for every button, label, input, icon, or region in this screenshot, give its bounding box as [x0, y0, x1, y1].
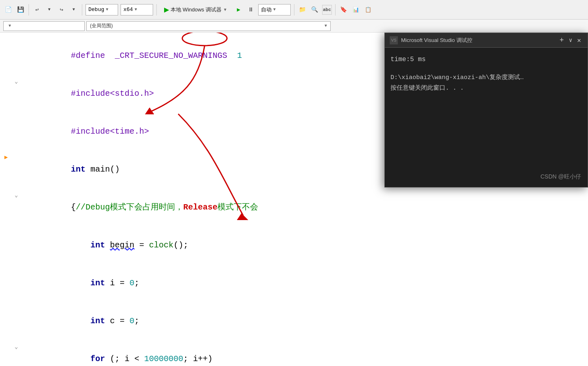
- platform-dropdown[interactable]: x64 ▼: [121, 4, 153, 15]
- token-for: for: [90, 354, 105, 364]
- config-dropdown-arrow: ▼: [106, 7, 108, 12]
- console-titlebar: VS Microsoft Visual Studio 调试控 + ∨ ✕: [385, 33, 588, 48]
- token-comment-2: 模式下不会: [217, 203, 258, 212]
- gutter-4: ▶: [0, 153, 12, 162]
- token-int-begin: int: [90, 240, 105, 250]
- line-content-6: int begin = clock();: [20, 226, 588, 264]
- console-blank-line: [391, 65, 582, 73]
- config-label: Debug: [88, 7, 104, 13]
- token-10000000: 10000000: [144, 354, 183, 364]
- play-icon: ▶: [164, 6, 169, 13]
- line-content-7: int i = 0;: [20, 264, 588, 302]
- toolbar: 📄 💾 ↩ ▼ ↪ ▼ Debug ▼ x64 ▼ ▶ 本地 Windows 调…: [0, 0, 588, 20]
- console-body: time:5 ms D:\xiaobai2\wang-xiaozi-ah\复杂度…: [385, 48, 588, 100]
- console-output-press: 按任意键关闭此窗口. . .: [391, 83, 582, 94]
- fold-2: ⌄: [12, 77, 20, 86]
- scope-label: (全局范围): [90, 22, 113, 29]
- console-chevron-button[interactable]: ∨: [569, 37, 572, 44]
- token-main-paren: (): [110, 165, 120, 174]
- token-include-2: #include: [71, 127, 110, 136]
- tools-icon-1[interactable]: 📊: [351, 5, 361, 15]
- new-file-icon[interactable]: 📄: [3, 5, 13, 15]
- code-line-5: ⌄ {//Debug模式下会占用时间，Release模式下不会: [0, 188, 588, 226]
- token-header-1: <stdio.h>: [110, 89, 154, 98]
- undo-dropdown[interactable]: ▼: [44, 5, 54, 15]
- csdn-watermark: CSDN @旺小仔: [540, 173, 581, 181]
- token-0-i: 0: [129, 278, 134, 288]
- folder-icon[interactable]: 📁: [298, 5, 307, 15]
- fold-5: ⌄: [12, 191, 20, 200]
- main-area: #define _CRT_SECURE_NO_WARNINGS 1 ⌄ #inc…: [0, 33, 588, 366]
- console-close-button[interactable]: ✕: [575, 36, 583, 44]
- token-0-c: 0: [129, 316, 134, 326]
- token-release: Release: [183, 203, 217, 212]
- console-output-path: D:\xiaobai2\wang-xiaozi-ah\复杂度测试…: [391, 73, 582, 83]
- run-dropdown-arrow: ▼: [223, 7, 227, 12]
- fold-9: ⌄: [12, 343, 20, 352]
- platform-label: x64: [123, 7, 133, 13]
- scope-dropdown[interactable]: (全局范围) ▼: [86, 21, 331, 31]
- run-button[interactable]: ▶ 本地 Windows 调试器 ▼: [160, 4, 231, 15]
- line-content-9: for (; i < 10000000; i++): [20, 340, 588, 366]
- tools-icon-2[interactable]: 📋: [363, 5, 373, 15]
- redo-icon[interactable]: ↪: [57, 5, 66, 15]
- token-include-1: #include: [71, 89, 110, 98]
- search-icon[interactable]: 🔍: [310, 5, 320, 15]
- auto-dropdown[interactable]: 自动 ▼: [258, 4, 291, 15]
- token-clock-1: clock: [149, 240, 173, 250]
- undo-icon[interactable]: ↩: [32, 5, 42, 15]
- code-line-7: int i = 0;: [0, 264, 588, 302]
- console-output-time: time:5 ms: [391, 54, 582, 65]
- pause-icon[interactable]: ⏸: [246, 5, 256, 15]
- nav-bar: ▼ (全局范围) ▼: [0, 20, 588, 33]
- separator-3: [156, 4, 157, 15]
- token-int-main: int: [71, 165, 86, 174]
- redo-dropdown[interactable]: ▼: [69, 5, 79, 15]
- abc-icon[interactable]: abc: [322, 5, 332, 15]
- line-content-5: {//Debug模式下会占用时间，Release模式下不会: [20, 188, 588, 226]
- token-header-2: <time.h>: [110, 127, 149, 136]
- console-title-text: Microsoft Visual Studio 调试控: [401, 37, 555, 44]
- console-title-icon: VS: [390, 36, 398, 44]
- run-label: 本地 Windows 调试器: [171, 6, 222, 13]
- token-define-val: 1: [237, 51, 242, 60]
- token-define-name: _CRT_SECURE_NO_WARNINGS: [115, 51, 227, 60]
- code-line-6: int begin = clock();: [0, 226, 588, 264]
- run-icon-2[interactable]: ▶: [234, 5, 244, 15]
- separator-5: [335, 4, 336, 15]
- token-comment: //Debug模式下会占用时间，: [76, 203, 183, 212]
- token-main: main: [90, 165, 110, 174]
- auto-dropdown-arrow: ▼: [273, 7, 276, 12]
- separator-2: [82, 4, 82, 15]
- current-line-arrow: ▶: [4, 153, 8, 162]
- code-line-9: ⌄ for (; i < 10000000; i++): [0, 340, 588, 366]
- code-line-8: int c = 0;: [0, 302, 588, 340]
- platform-dropdown-arrow: ▼: [134, 7, 137, 12]
- separator-4: [294, 4, 294, 15]
- token-define: #define: [71, 51, 105, 60]
- console-window: VS Microsoft Visual Studio 调试控 + ∨ ✕ tim…: [384, 33, 588, 187]
- token-int-i: int: [90, 278, 105, 288]
- line-content-8: int c = 0;: [20, 302, 588, 340]
- console-add-button[interactable]: +: [558, 36, 566, 44]
- token-int-c: int: [90, 316, 105, 326]
- config-dropdown[interactable]: Debug ▼: [86, 4, 118, 15]
- token-begin: begin: [110, 240, 134, 250]
- token-brace-open: {: [71, 203, 76, 212]
- bookmark-icon[interactable]: 🔖: [339, 5, 349, 15]
- auto-label: 自动: [261, 6, 272, 13]
- save-icon[interactable]: 💾: [15, 5, 25, 15]
- file-nav-dropdown[interactable]: ▼: [3, 21, 85, 31]
- separator-1: [29, 4, 29, 15]
